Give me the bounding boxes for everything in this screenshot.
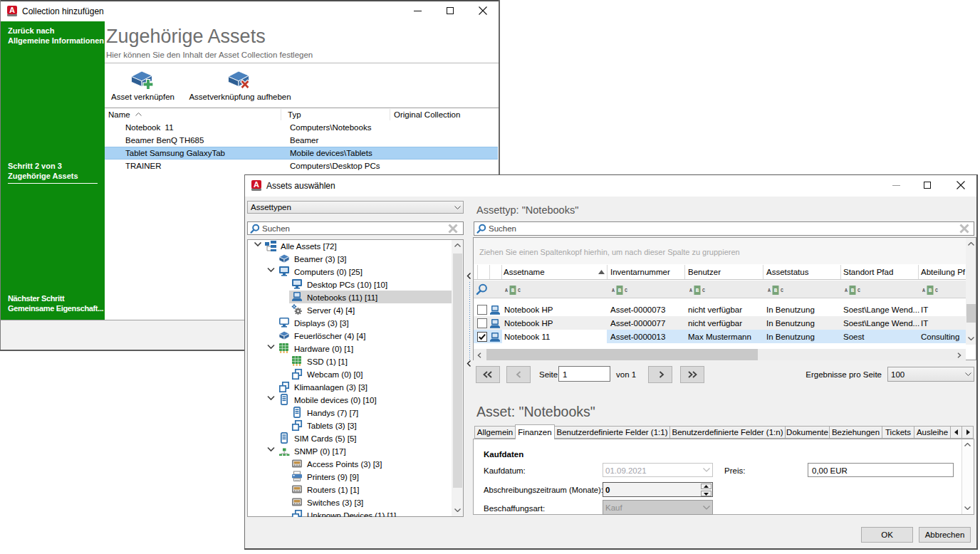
svg-text:Beamer (3) [3]: Beamer (3) [3] bbox=[294, 255, 347, 263]
svg-text:Webcam (0) [0]: Webcam (0) [0] bbox=[307, 370, 363, 379]
svg-text:C: C bbox=[935, 288, 938, 293]
svg-text:A: A bbox=[768, 288, 771, 293]
svg-text:Printers (9) [9]: Printers (9) [9] bbox=[307, 473, 359, 481]
svg-text:C: C bbox=[858, 288, 860, 293]
svg-text:Notebooks (11) [11]: Notebooks (11) [11] bbox=[307, 293, 377, 302]
svg-text:SIM Cards (5) [5]: SIM Cards (5) [5] bbox=[294, 434, 357, 443]
svg-text:Tablets (3) [3]: Tablets (3) [3] bbox=[307, 422, 357, 430]
svg-text:B: B bbox=[618, 288, 622, 293]
svg-text:B: B bbox=[929, 288, 932, 293]
svg-text:Alle Assets [72]: Alle Assets [72] bbox=[281, 242, 337, 251]
svg-text:A: A bbox=[845, 288, 848, 293]
svg-text:Mobile devices (0) [10]: Mobile devices (0) [10] bbox=[294, 396, 377, 404]
svg-text:Unknown Devices (1) [1]: Unknown Devices (1) [1] bbox=[307, 511, 396, 518]
svg-text:Desktop PCs (10) [10]: Desktop PCs (10) [10] bbox=[307, 281, 387, 289]
svg-text:B: B bbox=[696, 288, 699, 293]
svg-text:SSD (1) [1]: SSD (1) [1] bbox=[307, 357, 348, 366]
svg-text:A: A bbox=[922, 288, 925, 293]
svg-text:Displays (3) [3]: Displays (3) [3] bbox=[294, 319, 349, 328]
svg-text:B: B bbox=[851, 288, 855, 293]
svg-text:A: A bbox=[254, 180, 259, 189]
svg-text:Server (4) [4]: Server (4) [4] bbox=[307, 306, 355, 315]
svg-text:Switches (3) [3]: Switches (3) [3] bbox=[307, 498, 363, 507]
svg-text:A: A bbox=[612, 288, 615, 293]
svg-text:Feuerlöscher (4) [4]: Feuerlöscher (4) [4] bbox=[294, 332, 365, 340]
svg-text:B: B bbox=[774, 288, 778, 293]
svg-text:Handys (7) [7]: Handys (7) [7] bbox=[307, 409, 358, 417]
svg-text:A: A bbox=[505, 288, 508, 293]
svg-text:A: A bbox=[689, 288, 692, 293]
svg-text:B: B bbox=[511, 288, 515, 293]
svg-text:A: A bbox=[9, 6, 15, 14]
svg-text:Access Points (3) [3]: Access Points (3) [3] bbox=[307, 460, 382, 469]
svg-text:Routers (1) [1]: Routers (1) [1] bbox=[307, 486, 360, 494]
svg-text:C: C bbox=[625, 288, 627, 293]
svg-text:C: C bbox=[702, 288, 705, 293]
svg-text:Hardware (0) [1]: Hardware (0) [1] bbox=[294, 345, 353, 353]
svg-text:SNMP (0) [17]: SNMP (0) [17] bbox=[294, 447, 346, 456]
svg-text:Klimaanlagen (3) [3]: Klimaanlagen (3) [3] bbox=[294, 383, 368, 392]
svg-text:C: C bbox=[518, 288, 521, 293]
svg-text:C: C bbox=[781, 288, 783, 293]
svg-text:Computers (0) [25]: Computers (0) [25] bbox=[294, 268, 363, 276]
